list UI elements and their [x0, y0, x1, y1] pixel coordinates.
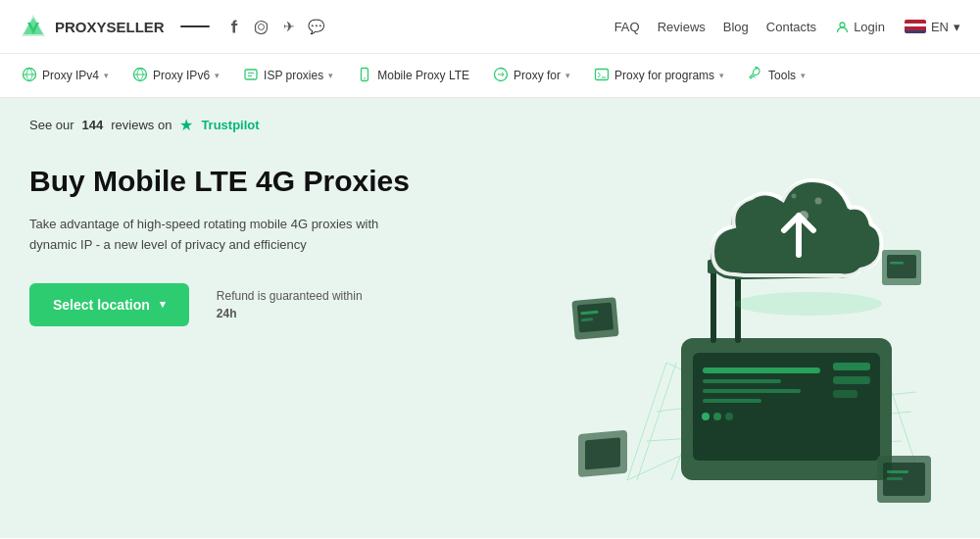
header: PROXYSELLER ✈ 💬 FAQ Reviews Blog Co — [0, 0, 980, 54]
svg-rect-59 — [585, 437, 620, 469]
logo-text: PROXYSELLER — [55, 19, 165, 35]
trustpilot-suffix: reviews on — [111, 118, 172, 132]
login-button[interactable]: Login — [836, 20, 885, 34]
chat-icon[interactable]: 💬 — [308, 18, 325, 35]
hero-description: Take advantage of high-speed rotating mo… — [29, 215, 402, 256]
hero-title: Buy Mobile LTE 4G Proxies — [29, 164, 441, 199]
trustpilot-name[interactable]: Trustpilot — [201, 118, 259, 132]
svg-rect-36 — [833, 363, 870, 370]
login-icon — [836, 21, 849, 33]
svg-rect-39 — [710, 270, 716, 343]
nav-proxy-ipv6[interactable]: Proxy IPv6 ▾ — [122, 54, 229, 97]
proxy-ipv6-icon — [132, 67, 148, 85]
svg-rect-11 — [596, 69, 609, 79]
nav-ipv4-chevron: ▾ — [104, 71, 109, 80]
svg-point-35 — [725, 413, 733, 420]
nav-proxy-for-programs[interactable]: Proxy for programs ▾ — [584, 54, 734, 97]
main-navbar: Proxy IPv4 ▾ Proxy IPv6 ▾ ISP proxies ▾ — [0, 54, 980, 98]
proxy-for-icon — [493, 67, 509, 85]
svg-rect-7 — [245, 70, 257, 79]
header-divider — [180, 25, 210, 27]
svg-rect-51 — [887, 477, 903, 480]
nav-blog[interactable]: Blog — [723, 20, 749, 34]
isp-icon — [243, 67, 259, 85]
svg-point-3 — [259, 24, 265, 29]
nav-isp-proxies[interactable]: ISP proxies ▾ — [233, 54, 343, 97]
trustpilot-prefix: See our — [29, 118, 74, 132]
logo[interactable]: PROXYSELLER — [20, 13, 165, 40]
svg-point-34 — [713, 413, 721, 420]
social-icons: ✈ 💬 — [225, 18, 325, 35]
hero-illustration — [500, 108, 951, 529]
svg-rect-29 — [703, 368, 820, 373]
nav-tools-chevron: ▾ — [801, 71, 806, 80]
nav-proxy-for-chevron: ▾ — [565, 71, 570, 80]
facebook-icon[interactable] — [225, 18, 243, 35]
nav-ipv6-chevron: ▾ — [215, 71, 220, 80]
hero-section: See our 144 reviews on ★ Trustpilot Buy … — [0, 98, 980, 538]
telegram-icon[interactable]: ✈ — [280, 18, 298, 35]
svg-rect-45 — [577, 302, 613, 332]
hero-bottom: Select location ▾ Refund is guaranteed w… — [29, 283, 441, 326]
svg-point-33 — [702, 413, 710, 420]
svg-rect-54 — [890, 262, 904, 265]
svg-point-56 — [815, 198, 822, 205]
proxy-ipv4-icon — [22, 67, 37, 85]
nav-programs-chevron: ▾ — [719, 71, 724, 80]
svg-rect-32 — [703, 399, 761, 403]
lang-chevron: ▾ — [954, 20, 960, 34]
header-right: FAQ Reviews Blog Contacts Login EN ▾ — [614, 20, 960, 34]
skype-icon[interactable] — [253, 18, 270, 35]
mobile-icon — [357, 67, 372, 85]
svg-rect-53 — [887, 255, 916, 278]
programs-icon — [594, 67, 610, 85]
select-location-button[interactable]: Select location ▾ — [29, 283, 189, 326]
trustpilot-count: 144 — [82, 118, 104, 132]
svg-point-55 — [799, 211, 808, 220]
svg-line-13 — [627, 363, 666, 480]
svg-rect-38 — [833, 390, 858, 398]
nav-proxy-ipv4[interactable]: Proxy IPv4 ▾ — [12, 54, 119, 97]
nav-faq[interactable]: FAQ — [614, 20, 640, 34]
select-location-chevron: ▾ — [160, 298, 166, 311]
flag-icon — [905, 20, 926, 33]
nav-proxy-for[interactable]: Proxy for ▾ — [483, 54, 580, 97]
trustpilot-star: ★ — [179, 116, 193, 134]
nav-isp-chevron: ▾ — [328, 71, 333, 80]
header-left: PROXYSELLER ✈ 💬 — [20, 13, 325, 40]
svg-point-4 — [840, 23, 845, 27]
top-nav: FAQ Reviews Blog Contacts — [614, 20, 816, 34]
nav-reviews[interactable]: Reviews — [658, 20, 706, 34]
svg-point-9 — [364, 77, 366, 79]
nav-tools[interactable]: Tools ▾ — [738, 54, 815, 97]
nav-contacts[interactable]: Contacts — [766, 20, 816, 34]
svg-line-21 — [637, 363, 676, 480]
svg-rect-50 — [887, 470, 908, 473]
svg-rect-30 — [703, 379, 781, 383]
svg-point-43 — [735, 292, 882, 316]
refund-guarantee: Refund is guaranteed within 24h — [217, 287, 363, 322]
nav-mobile-proxy-lte[interactable]: Mobile Proxy LTE — [347, 54, 479, 97]
svg-rect-37 — [833, 376, 870, 384]
hero-content: Buy Mobile LTE 4G Proxies Take advantage… — [0, 144, 470, 356]
tools-icon — [748, 67, 763, 85]
svg-rect-31 — [703, 389, 801, 393]
language-selector[interactable]: EN ▾ — [905, 20, 960, 34]
svg-point-57 — [792, 194, 797, 199]
